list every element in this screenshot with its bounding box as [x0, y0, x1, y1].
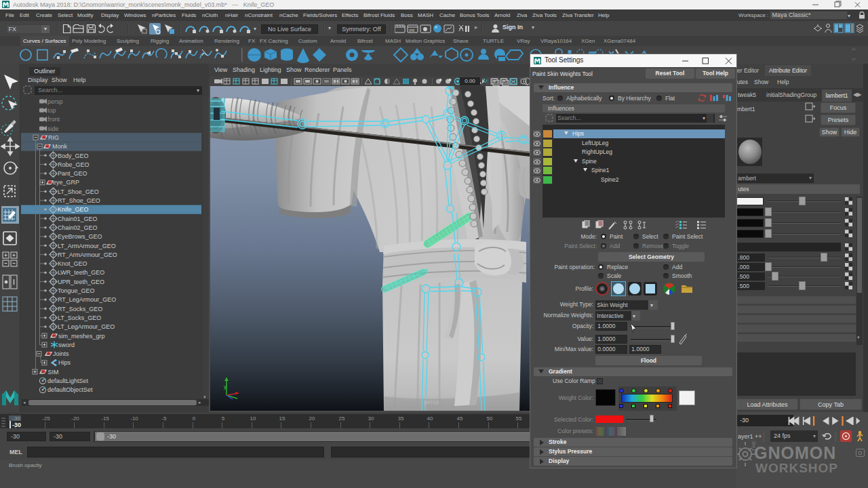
svg-text:LT_Socks_GEO: LT_Socks_GEO	[58, 314, 101, 321]
svg-text:LT_Shoe_GEO: LT_Shoe_GEO	[58, 188, 99, 195]
svg-text:LT_LegArmour_GEO: LT_LegArmour_GEO	[58, 323, 115, 330]
svg-text:RIG: RIG	[48, 134, 59, 141]
svg-text:Pant_GEO: Pant_GEO	[58, 170, 87, 177]
svg-text:LT_ArmArmour_GEO: LT_ArmArmour_GEO	[58, 243, 116, 249]
svg-text:Robe_GEO: Robe_GEO	[58, 161, 90, 168]
svg-text:sword: sword	[58, 342, 75, 348]
svg-text:LWR_teeth_GEO: LWR_teeth_GEO	[58, 269, 104, 276]
svg-text:y: y	[224, 384, 226, 390]
svg-text:RT_Socks_GEO: RT_Socks_GEO	[58, 306, 102, 312]
svg-text:defaultObjectSet: defaultObjectSet	[47, 386, 93, 393]
svg-text:EyeBrows_GEO: EyeBrows_GEO	[58, 233, 102, 240]
svg-text:IPR: IPR	[409, 28, 415, 33]
svg-text:eye_GRP: eye_GRP	[53, 179, 79, 186]
svg-text:RT_LegArmour_GEO: RT_LegArmour_GEO	[58, 296, 116, 303]
svg-text:Chain01_GEO: Chain01_GEO	[58, 216, 98, 222]
svg-text:Knife_GEO: Knife_GEO	[58, 206, 89, 213]
svg-text:Monk: Monk	[52, 143, 68, 150]
svg-text:side: side	[47, 125, 59, 132]
svg-text:UPR_teeth_GEO: UPR_teeth_GEO	[58, 279, 104, 285]
svg-text:Body_GEO: Body_GEO	[58, 152, 89, 159]
svg-text:top: top	[47, 107, 56, 114]
svg-text:Tongue_GEO: Tongue_GEO	[58, 287, 95, 294]
svg-text:RT_Shoe_GEO: RT_Shoe_GEO	[58, 197, 100, 204]
svg-text:RT_ArmArmour_GEO: RT_ArmArmour_GEO	[58, 251, 117, 258]
svg-text:Chain02_GEO: Chain02_GEO	[58, 224, 98, 231]
svg-text:WORKSHOP: WORKSHOP	[755, 461, 838, 475]
svg-text:GNOMON: GNOMON	[754, 443, 836, 462]
svg-text:Hips: Hips	[58, 359, 71, 366]
svg-text:Knot_GEO: Knot_GEO	[58, 260, 87, 267]
svg-text:sim_meshes_grp: sim_meshes_grp	[58, 333, 105, 340]
svg-text:Joints: Joints	[53, 350, 69, 357]
svg-text:persp: persp	[47, 98, 63, 105]
svg-text:front: front	[47, 116, 60, 123]
svg-text:persp: persp	[424, 399, 439, 405]
svg-text:SIM: SIM	[48, 369, 59, 375]
svg-text:defaultLightSet: defaultLightSet	[47, 378, 89, 384]
